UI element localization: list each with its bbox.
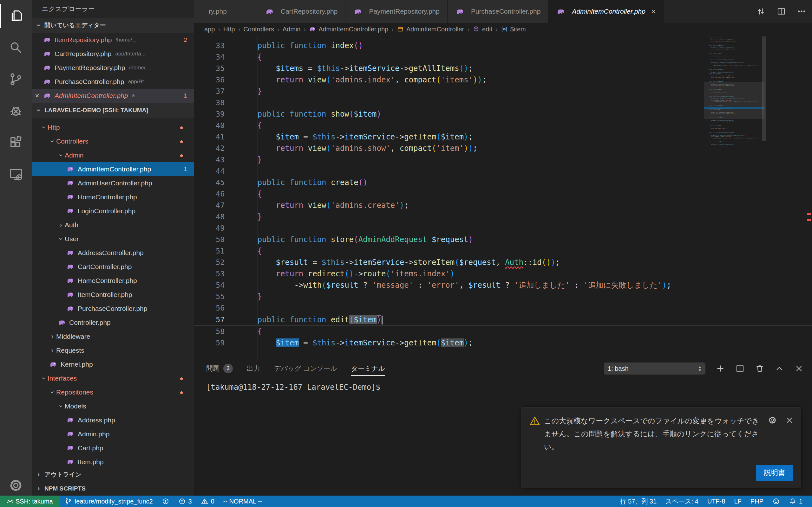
status-item-feature-modify-stripe-func2[interactable]: feature/modify_stripe_func2 (60, 496, 157, 507)
tree-item-admin[interactable]: ›Admin● (32, 148, 194, 162)
activity-remote-explorer-icon[interactable] (0, 158, 32, 190)
activity-search-icon[interactable] (0, 32, 32, 63)
tree-item-admin-php[interactable]: Admin.php (32, 427, 194, 441)
breadcrumb-item[interactable]: AdminItemController.php (309, 26, 388, 33)
status-item--57-31[interactable]: 行 57、列 31 (615, 496, 661, 507)
tree-item-http[interactable]: ›Http● (32, 120, 194, 134)
code-line-49[interactable]: 49 (194, 222, 812, 234)
terminal-select[interactable]: 1: bash▲▼ (604, 362, 705, 375)
open-editor-item[interactable]: PurchaseController.phpapp/Ht... (32, 75, 194, 89)
tree-item-auth[interactable]: ›Auth (32, 218, 194, 232)
tree-item-addresscontroller-php[interactable]: AddressController.php (32, 246, 194, 260)
activity-debug-icon[interactable] (0, 95, 32, 127)
remote-indicator[interactable]: >< SSH: takuma (0, 496, 60, 507)
status-item--NORMAL-[interactable]: -- NORMAL -- (219, 496, 267, 507)
tree-item-adminusercontroller-php[interactable]: AdminUserController.php (32, 176, 194, 190)
section-header-アウトライン[interactable]: ›アウトライン (32, 468, 194, 482)
status-item-3[interactable]: 3 (174, 496, 196, 507)
tree-item-models[interactable]: ›Models (32, 399, 194, 413)
status-item-PHP[interactable]: PHP (746, 496, 768, 507)
open-editors-header[interactable]: › 開いているエディター (32, 18, 194, 33)
close-icon[interactable]: × (651, 7, 656, 16)
status-item-1[interactable]: 1 (784, 496, 807, 507)
open-editor-item[interactable]: PaymentRepository.php/home/... (32, 61, 194, 75)
workspace-header[interactable]: › LARAVELEC-DEMO [SSH: TAKUMA] (32, 103, 194, 118)
tree-item-logincontroller-php[interactable]: LoginController.php (32, 204, 194, 218)
panel-tab-出力[interactable]: 出力 (247, 360, 260, 377)
breadcrumb-item[interactable]: AdminItemController (397, 26, 464, 33)
section-header-NPM SCRIPTS[interactable]: ›NPM SCRIPTS (32, 482, 194, 496)
action-close-panel-icon[interactable] (794, 364, 804, 373)
action-split-terminal-icon[interactable] (735, 364, 745, 373)
tree-item-kernel-php[interactable]: Kernel.php (32, 357, 194, 372)
notification-settings-gear-icon[interactable] (768, 416, 777, 425)
code-line-59[interactable]: 59 $item = $this->itemService->getItem($… (194, 337, 812, 349)
code-line-51[interactable]: 51 { (194, 245, 812, 257)
code-line-55[interactable]: 55 } (194, 291, 812, 302)
open-editor-item[interactable]: CartRepository.phpapp/Interfa... (32, 47, 194, 61)
tree-item-adminitemcontroller-php[interactable]: AdminItemController.php1 (32, 162, 194, 176)
tree-item-user[interactable]: ›User (32, 232, 194, 246)
code-line-58[interactable]: 58 { (194, 326, 812, 337)
tree-item-homecontroller-php[interactable]: HomeController.php (32, 190, 194, 204)
minimap[interactable]: public function index() { $items = $this… (707, 37, 763, 214)
tree-item-controller-php[interactable]: Controller.php (32, 316, 194, 330)
tab-AdminItemController-php[interactable]: AdminItemController.php× (548, 0, 664, 23)
status-item[interactable] (157, 496, 174, 507)
tab-PaymentRepository-php[interactable]: PaymentRepository.php (345, 0, 448, 23)
activity-source-control-icon[interactable] (0, 63, 32, 95)
tree-item-address-php[interactable]: Address.php (32, 413, 194, 427)
status-item-UTF-8[interactable]: UTF-8 (703, 496, 730, 507)
code-line-57[interactable]: 57 public function edit($item) (194, 314, 812, 326)
status-item-LF[interactable]: LF (729, 496, 746, 507)
breadcrumb-item[interactable]: $item (501, 26, 526, 33)
open-editor-item[interactable]: ×AdminItemController.phpa...1 (32, 89, 194, 103)
activity-files-icon[interactable] (0, 0, 32, 32)
status-item-0[interactable]: 0 (196, 496, 219, 507)
open-editor-item[interactable]: ItemRepository.php/home/...2 (32, 33, 194, 47)
tree-item-cart-php[interactable]: Cart.php (32, 441, 194, 455)
action-more-actions-icon[interactable] (797, 7, 806, 16)
breadcrumb-item[interactable]: Admin (283, 26, 301, 33)
notification-close-icon[interactable] (785, 416, 794, 425)
tab-ry-php[interactable]: ry.php (194, 0, 257, 23)
status-item[interactable] (768, 496, 784, 507)
code-editor[interactable]: 33 public function index()34 {35 $items … (194, 36, 812, 360)
tree-item-interfaces[interactable]: ›Interfaces● (32, 372, 194, 385)
tab-PurchaseController-php[interactable]: PurchaseController.php (448, 0, 548, 23)
tree-item-homecontroller-php[interactable]: HomeController.php (32, 274, 194, 288)
status-item--4[interactable]: スペース: 4 (661, 496, 703, 507)
tree-item-itemcontroller-php[interactable]: ItemController.php (32, 288, 194, 302)
code-line-54[interactable]: 54 ->with($result ? 'message' : 'error',… (194, 279, 812, 291)
scrollbar[interactable] (762, 37, 766, 141)
tree-item-controllers[interactable]: ›Controllers● (32, 134, 194, 148)
action-split-editor-icon[interactable] (776, 7, 786, 16)
breadcrumb-item[interactable]: app (204, 26, 215, 33)
tree-item-item-php[interactable]: Item.php (32, 455, 194, 469)
action-open-changes-icon[interactable] (756, 7, 766, 16)
activity-extensions-icon[interactable] (0, 127, 32, 158)
action-kill-terminal-icon[interactable] (755, 364, 764, 373)
open-changes-icon (756, 7, 766, 16)
action-new-terminal-icon[interactable] (716, 364, 725, 373)
panel-tab-ターミナル[interactable]: ターミナル (351, 360, 385, 377)
action-maximize-panel-icon[interactable] (774, 364, 784, 373)
tree-item-purchasecontroller-php[interactable]: PurchaseController.php (32, 302, 194, 316)
breadcrumb-item[interactable]: Http (223, 26, 235, 33)
code-line-52[interactable]: 52 $result = $this->itemService->storeIt… (194, 257, 812, 268)
minimap-slider[interactable] (704, 82, 764, 119)
notification-action-button[interactable]: 説明書 (756, 465, 793, 481)
code-line-53[interactable]: 53 return redirect()->route('items.index… (194, 268, 812, 279)
tree-item-requests[interactable]: ›Requests (32, 343, 194, 357)
panel-tab-デバッグ コンソール[interactable]: デバッグ コンソール (274, 360, 337, 377)
tree-item-middleware[interactable]: ›Middleware (32, 330, 194, 343)
tab-CartRepository-php[interactable]: CartRepository.php (257, 0, 345, 23)
breadcrumb-item[interactable]: edit (473, 26, 492, 33)
tree-item-cartcontroller-php[interactable]: CartController.php (32, 260, 194, 274)
breadcrumb-item[interactable]: Controllers (243, 26, 274, 33)
close-icon[interactable]: × (32, 91, 43, 100)
code-line-56[interactable]: 56 (194, 302, 812, 314)
code-line-50[interactable]: 50 public function store(AdminAddRequest… (194, 234, 812, 245)
panel-tab-問題[interactable]: 問題3 (206, 360, 233, 377)
tree-item-repositories[interactable]: ›Repositories● (32, 385, 194, 399)
